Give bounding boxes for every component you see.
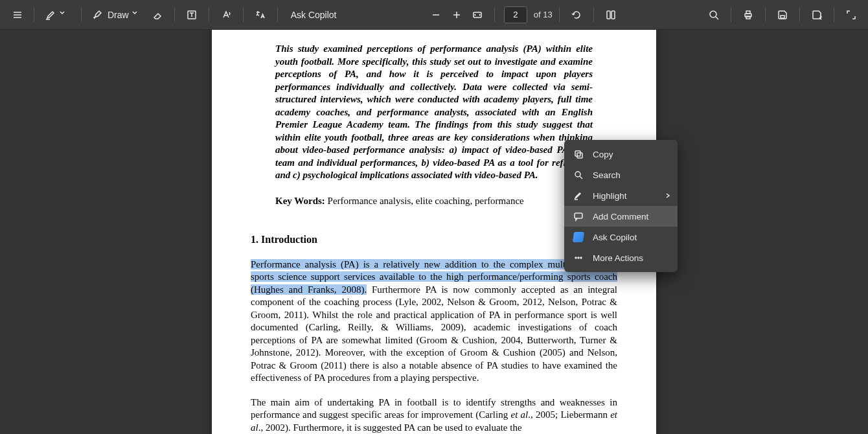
context-menu-ask-copilot[interactable]: Ask Copilot — [564, 227, 678, 247]
separator — [243, 8, 244, 22]
svg-point-13 — [575, 257, 577, 258]
search-icon — [708, 9, 720, 21]
save-as-button[interactable] — [806, 5, 827, 25]
separator — [731, 8, 731, 22]
svg-rect-3 — [611, 11, 615, 19]
ask-copilot-button[interactable]: Ask Copilot — [284, 5, 343, 25]
svg-rect-10 — [577, 153, 582, 158]
context-menu-label: More Actions — [593, 253, 643, 263]
save-button[interactable] — [772, 5, 793, 25]
read-aloud-button[interactable] — [216, 5, 236, 25]
text-icon — [186, 9, 198, 21]
fit-icon — [472, 9, 483, 21]
context-menu-search[interactable]: Search — [564, 165, 678, 185]
rotate-button[interactable] — [566, 5, 587, 25]
separator — [593, 8, 594, 22]
page-view-button[interactable] — [600, 5, 621, 25]
page-number-input[interactable] — [504, 6, 527, 23]
separator — [559, 8, 560, 22]
context-menu-label: Search — [593, 170, 621, 180]
draw-label: Draw — [108, 10, 129, 20]
pen-icon — [92, 9, 104, 21]
fit-page-button[interactable] — [467, 5, 488, 25]
chevron-down-icon — [59, 9, 71, 21]
separator — [209, 8, 209, 22]
copy-icon — [572, 148, 585, 161]
rotate-icon — [571, 9, 582, 21]
fullscreen-button[interactable] — [841, 5, 862, 25]
svg-rect-2 — [607, 11, 610, 19]
page-total-label: of 13 — [534, 10, 553, 19]
intro-paragraph-1: Performance analysis (PA) is a relativel… — [251, 258, 617, 385]
context-menu: Copy Search Highlight Add Comment Ask Co… — [564, 140, 678, 272]
svg-rect-9 — [575, 151, 580, 156]
svg-rect-7 — [746, 16, 750, 19]
ask-copilot-label: Ask Copilot — [291, 10, 337, 20]
fullscreen-icon — [845, 9, 857, 21]
chevron-down-icon — [131, 9, 143, 21]
minus-icon — [430, 9, 442, 21]
context-menu-more-actions[interactable]: More Actions — [564, 247, 678, 268]
find-button[interactable] — [703, 5, 724, 25]
copilot-icon — [572, 231, 585, 244]
section-heading: 1. Introduction — [251, 233, 617, 247]
more-icon — [572, 251, 585, 264]
document-viewer: This study examined perceptions of perfo… — [0, 30, 868, 434]
comment-icon — [572, 210, 585, 223]
svg-point-11 — [575, 172, 580, 177]
translate-icon — [255, 9, 266, 21]
table-of-contents-button[interactable] — [6, 5, 27, 25]
svg-point-15 — [580, 257, 582, 258]
list-icon — [11, 9, 23, 21]
context-menu-add-comment[interactable]: Add Comment — [564, 206, 678, 227]
context-menu-copy[interactable]: Copy — [564, 144, 678, 165]
translate-button[interactable] — [250, 5, 271, 25]
highlighter-button[interactable] — [41, 5, 74, 25]
save-icon — [777, 9, 788, 21]
context-menu-label: Add Comment — [593, 212, 648, 222]
separator — [277, 8, 278, 22]
context-menu-label: Ask Copilot — [593, 233, 637, 242]
separator — [494, 8, 495, 22]
separator — [34, 8, 34, 22]
plus-icon — [451, 9, 463, 21]
svg-point-4 — [710, 11, 716, 17]
separator — [834, 8, 834, 22]
intro-paragraph-2: The main aim of undertaking PA in footba… — [251, 396, 617, 434]
keywords-value: Performance analysis, elite coaching, pe… — [325, 196, 524, 206]
keywords-line: Key Words: Performance analysis, elite c… — [251, 195, 617, 208]
search-icon — [572, 168, 585, 181]
erase-button[interactable] — [147, 5, 168, 25]
context-menu-label: Copy — [593, 150, 613, 159]
separator — [765, 8, 766, 22]
keywords-label: Key Words: — [275, 196, 325, 206]
eraser-icon — [152, 9, 163, 21]
separator — [81, 8, 82, 22]
save-as-icon — [811, 9, 823, 21]
svg-rect-6 — [746, 11, 750, 14]
page-view-icon — [605, 9, 617, 21]
zoom-out-button[interactable] — [426, 5, 446, 25]
print-button[interactable] — [738, 5, 759, 25]
toolbar: Draw Ask Copilot — [0, 0, 868, 30]
highlighter-icon — [572, 189, 585, 202]
svg-rect-12 — [575, 213, 582, 218]
svg-point-14 — [578, 257, 579, 258]
zoom-in-button[interactable] — [446, 5, 467, 25]
text-button[interactable] — [181, 5, 202, 25]
body-text: Furthermore PA is now commonly accepted … — [251, 284, 617, 383]
chevron-right-icon — [665, 191, 671, 201]
context-menu-label: Highlight — [593, 191, 627, 201]
svg-rect-8 — [781, 16, 784, 18]
draw-button[interactable]: Draw — [88, 5, 147, 25]
print-icon — [742, 9, 754, 21]
separator — [799, 8, 800, 22]
read-aloud-icon — [220, 9, 232, 21]
separator — [174, 8, 175, 22]
context-menu-highlight[interactable]: Highlight — [564, 185, 678, 206]
highlighter-icon — [45, 9, 56, 21]
abstract-text: This study examined perceptions of perfo… — [251, 43, 617, 182]
